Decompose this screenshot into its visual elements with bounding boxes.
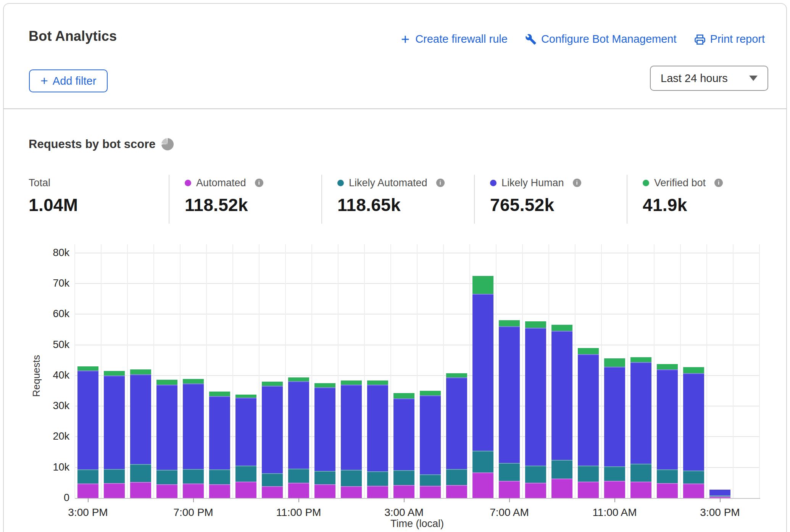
bar-segment-likely-human	[420, 395, 441, 474]
bar-1100pm[interactable]	[288, 377, 309, 498]
gridline-vertical	[153, 244, 154, 498]
likely_human-legend-dot	[490, 180, 497, 186]
time-range-value: Last 24 hours	[661, 72, 728, 85]
action-label: Configure Bot Management	[541, 33, 677, 45]
x-axis-tick-label: 7:00 PM	[152, 506, 235, 519]
gridline-vertical	[390, 244, 391, 498]
bar-500am[interactable]	[446, 373, 467, 498]
create-firewall-rule-link[interactable]: Create firewall rule	[400, 33, 508, 45]
info-icon[interactable]: i	[573, 179, 581, 187]
bar-segment-likely-human	[604, 367, 625, 466]
bar-400pm[interactable]	[104, 371, 125, 498]
x-axis-tick	[720, 498, 721, 502]
bar-900pm[interactable]	[235, 395, 256, 498]
bar-segment-likely-automated	[420, 474, 441, 486]
info-icon[interactable]: i	[255, 179, 263, 187]
bar-segment-automated	[551, 479, 572, 498]
stat-value: 41.9k	[643, 195, 779, 215]
bar-segment-likely-human	[551, 331, 572, 460]
bar-1000pm[interactable]	[262, 382, 283, 498]
bar-segment-likely-human	[393, 398, 414, 470]
bar-1000am[interactable]	[578, 348, 599, 498]
bar-segment-verified-bot	[551, 325, 572, 331]
gridline-vertical	[469, 244, 470, 498]
time-range-select[interactable]: Last 24 hours	[650, 66, 768, 91]
x-axis-tick	[88, 498, 89, 502]
bar-segment-automated	[525, 483, 546, 498]
bar-segment-automated	[683, 484, 704, 498]
x-axis-tick-label: 7:00 AM	[468, 506, 551, 519]
section-title-row: Requests by bot score	[29, 137, 174, 151]
bar-segment-likely-human	[130, 374, 151, 464]
bar-600pm[interactable]	[156, 380, 177, 498]
gridline-vertical	[101, 244, 102, 498]
bar-segment-likely-automated	[341, 470, 362, 486]
bar-segment-likely-human	[77, 371, 98, 469]
bar-600am[interactable]	[472, 276, 493, 498]
bar-segment-likely-automated	[77, 469, 98, 484]
gridline-vertical	[338, 244, 339, 498]
bar-200am[interactable]	[367, 380, 388, 498]
print-report-link[interactable]: Print report	[694, 33, 765, 45]
stat-verified_bot: Verified boti41.9k	[627, 175, 779, 224]
bar-segment-likely-automated	[288, 469, 309, 483]
x-axis-tick	[509, 498, 510, 502]
bar-segment-likely-automated	[578, 466, 599, 482]
bar-segment-likely-human	[183, 384, 204, 469]
y-axis-tick-label: 20k	[22, 430, 69, 442]
bar-segment-likely-human	[578, 354, 599, 466]
bar-segment-verified-bot	[209, 392, 230, 396]
bar-segment-likely-automated	[314, 471, 335, 484]
add-filter-label: Add filter	[53, 75, 96, 87]
bar-800am[interactable]	[525, 321, 546, 498]
bot-analytics-page: Bot Analytics Create firewall rule Confi…	[0, 0, 790, 532]
bar-segment-verified-bot	[683, 367, 704, 373]
bar-segment-verified-bot	[446, 373, 467, 377]
bar-1200pm[interactable]	[630, 357, 651, 498]
x-axis-tick	[614, 498, 615, 502]
gridline-vertical	[417, 244, 418, 498]
x-axis-tick-label: 3:00 PM	[46, 506, 130, 519]
bar-800pm[interactable]	[209, 392, 230, 498]
bar-segment-likely-human	[367, 385, 388, 471]
bar-segment-verified-bot	[525, 321, 546, 328]
bar-500pm[interactable]	[130, 369, 151, 498]
bar-900am[interactable]	[551, 325, 572, 498]
gridline-vertical	[706, 244, 707, 498]
bar-1100am[interactable]	[604, 358, 625, 498]
add-filter-button[interactable]: + Add filter	[29, 69, 108, 92]
chevron-down-icon	[749, 76, 758, 81]
bar-segment-automated	[77, 484, 98, 498]
bar-segment-verified-bot	[288, 377, 309, 381]
bar-segment-verified-bot	[472, 276, 493, 294]
stat-value: 118.52k	[185, 195, 321, 215]
y-axis-tick-label: 50k	[22, 339, 69, 351]
info-icon[interactable]: i	[436, 179, 445, 187]
plus-icon	[400, 34, 411, 45]
bar-100am[interactable]	[341, 380, 362, 498]
x-axis-tick	[193, 498, 194, 502]
gridline-vertical	[232, 244, 233, 498]
stat-value: 765.52k	[490, 195, 627, 215]
bar-700pm[interactable]	[183, 379, 204, 498]
bar-700am[interactable]	[499, 320, 520, 498]
info-icon[interactable]: i	[714, 179, 723, 187]
bar-segment-verified-bot	[657, 364, 678, 369]
gridline-vertical	[601, 244, 602, 498]
bar-1200am[interactable]	[314, 383, 335, 498]
bar-300pm[interactable]	[77, 366, 98, 498]
action-label: Print report	[710, 33, 765, 45]
bar-segment-automated	[235, 482, 256, 498]
bar-segment-likely-human	[630, 362, 651, 464]
bar-100pm[interactable]	[657, 364, 678, 498]
bar-segment-verified-bot	[130, 369, 151, 374]
bar-segment-automated	[630, 482, 651, 498]
header-actions: Create firewall rule Configure Bot Manag…	[400, 33, 765, 45]
x-axis-title: Time (local)	[390, 518, 444, 530]
bar-300pm[interactable]	[709, 490, 730, 498]
bar-300am[interactable]	[393, 393, 414, 498]
configure-bot-management-link[interactable]: Configure Bot Management	[525, 33, 677, 45]
x-axis-tick	[404, 498, 405, 502]
bar-400am[interactable]	[420, 391, 441, 498]
bar-200pm[interactable]	[683, 367, 704, 498]
